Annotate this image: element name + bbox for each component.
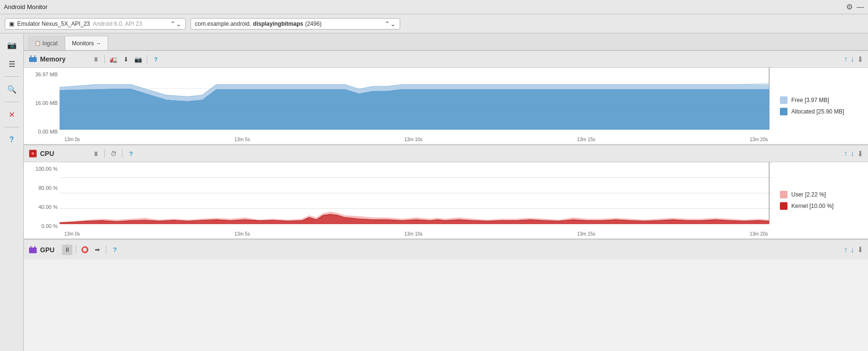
cpu-pause-btn[interactable]: ⏸ [91,148,101,159]
sidebar-help-icon[interactable]: ? [4,132,20,147]
svg-rect-2 [34,55,35,57]
memory-free-label: Free [3.97 MB] [791,97,829,103]
cpu-x-2: 13m 10s [404,231,423,237]
cpu-monitor-section: CPU ⏸ ⏱ ? ↑ ↓ ⬇ [24,145,868,239]
memory-download-btn[interactable]: ⬇ [121,54,131,64]
svg-rect-21 [29,248,37,253]
svg-marker-8 [60,89,769,130]
memory-x-0: 13m 0s [64,137,80,142]
cpu-x-0: 13m 0s [64,231,80,237]
device-icon: ▣ [9,21,14,27]
gpu-export-arrow[interactable]: ⬇ [857,245,863,254]
gpu-monitor-section: GPU ⏸ ⭕ ➡ ? ↑ ↓ ⬇ [24,239,868,259]
memory-legend: Free [3.97 MB] Allocated [25.90 MB] [773,68,868,144]
process-selector[interactable]: com.example.android.displayingbitmaps (2… [191,18,400,30]
cpu-title-text: CPU [40,150,54,157]
gpu-circle-btn[interactable]: ⭕ [80,245,90,255]
memory-monitor-header: Memory ⏸ 🚛 ⬇ 📷 ? ↑ ↓ ⬇ [24,51,868,68]
title-bar-actions: ⚙ — [846,2,864,11]
logcat-tab-label: logcat [42,40,58,47]
monitors-area: Memory ⏸ 🚛 ⬇ 📷 ? ↑ ↓ ⬇ [24,51,868,351]
gpu-down-arrow[interactable]: ↓ [850,246,854,254]
device-name: Emulator Nexus_5X_API_23 [17,21,90,27]
svg-rect-1 [30,55,31,57]
memory-monitor-section: Memory ⏸ 🚛 ⬇ 📷 ? ↑ ↓ ⬇ [24,51,868,145]
left-sidebar: 📷 ☰ 🔍 ✕ ? [0,33,24,351]
gpu-controls: ⏸ ⭕ ➡ ? [62,245,120,255]
cpu-header-right: ↑ ↓ ⬇ [844,149,863,158]
memory-camera-btn[interactable]: 📷 [133,54,143,64]
device-selector[interactable]: ▣ Emulator Nexus_5X_API_23 Android 6.0, … [5,18,186,30]
cpu-monitor-body: 100.00 % 80.00 % 40.00 % 0.00 % [24,162,868,238]
process-name-regular: com.example.android. [195,21,251,27]
minimize-icon[interactable]: — [857,3,864,11]
main-content: 📷 ☰ 🔍 ✕ ? 📋 logcat Monitors → [0,33,868,351]
cpu-export-arrow[interactable]: ⬇ [857,149,863,158]
cpu-ctrl-divider-1 [104,149,105,158]
cpu-legend-user: User [2.22 %] [780,191,861,198]
memory-legend-free: Free [3.97 MB] [780,96,861,104]
cpu-user-color [780,191,787,198]
memory-y-mid: 16.00 MB [26,100,58,106]
cpu-up-arrow[interactable]: ↑ [844,149,848,158]
device-os: Android 6.0, API 23 [93,21,142,27]
memory-export-arrow[interactable]: ⬇ [857,55,863,64]
memory-pause-btn[interactable]: ⏸ [91,54,101,64]
memory-icon [29,55,37,63]
cpu-ctrl-divider-2 [122,149,122,158]
gpu-header-right: ↑ ↓ ⬇ [844,245,863,254]
sidebar-divider-3 [5,127,19,127]
sidebar-list-icon[interactable]: ☰ [4,56,20,72]
cpu-monitor-title: CPU [29,149,86,158]
gpu-help-btn[interactable]: ? [110,245,120,255]
cpu-x-4: 13m 20s [750,231,768,237]
memory-monitor-title: Memory [29,55,86,63]
cpu-clock-btn[interactable]: ⏱ [108,148,119,159]
gpu-up-arrow[interactable]: ↑ [844,246,848,254]
memory-down-arrow[interactable]: ↓ [850,55,854,63]
cpu-y-100: 100.00 % [26,166,58,172]
gpu-arrow-btn[interactable]: ➡ [92,245,102,255]
gpu-header-content: GPU ⏸ ⭕ ➡ ? [29,245,844,255]
memory-up-arrow[interactable]: ↑ [844,55,848,63]
memory-allocated-color [780,108,787,115]
memory-y-axis: 36.97 MB 16.00 MB 0.00 MB [24,68,60,144]
memory-x-labels: 13m 0s 13m 5s 13m 10s 13m 15s 13m 20s [60,137,773,142]
memory-truck-btn[interactable]: 🚛 [108,54,119,64]
cpu-y-axis: 100.00 % 80.00 % 40.00 % 0.00 % [24,162,60,238]
cpu-x-1: 13m 5s [234,231,250,237]
cpu-y-40: 40.00 % [26,204,58,210]
cpu-monitor-header: CPU ⏸ ⏱ ? ↑ ↓ ⬇ [24,145,868,162]
tab-logcat[interactable]: 📋 logcat [28,36,65,50]
memory-header-right: ↑ ↓ ⬇ [844,55,863,64]
memory-x-4: 13m 20s [750,137,768,142]
memory-help-btn[interactable]: ? [151,54,161,64]
gpu-ctrl-divider-2 [106,246,106,254]
gpu-icon [29,246,37,254]
cpu-x-3: 13m 15s [577,231,595,237]
device-bar: ▣ Emulator Nexus_5X_API_23 Android 6.0, … [0,14,868,33]
cpu-help-btn[interactable]: ? [126,148,136,159]
sidebar-close-icon[interactable]: ✕ [4,107,20,122]
memory-allocated-label: Allocated [25.90 MB] [791,108,844,115]
cpu-down-arrow[interactable]: ↓ [850,149,854,158]
memory-title-text: Memory [40,55,66,63]
sidebar-divider-2 [5,102,19,102]
sidebar-search-icon[interactable]: 🔍 [4,82,20,97]
sidebar-divider-1 [5,76,19,77]
gpu-pause-btn[interactable]: ⏸ [62,245,72,255]
gpu-title-text: GPU [40,246,54,254]
cpu-controls: ⏸ ⏱ ? [91,148,136,159]
memory-x-2: 13m 10s [404,137,423,142]
cpu-y-0: 0.00 % [26,223,58,229]
tabs-bar: 📋 logcat Monitors → [24,33,868,51]
memory-svg [60,68,773,130]
sidebar-camera-icon[interactable]: 📷 [4,37,20,52]
cpu-icon [29,149,37,158]
cpu-x-labels: 13m 0s 13m 5s 13m 10s 13m 15s 13m 20s [60,231,773,237]
gear-icon[interactable]: ⚙ [846,2,853,11]
cpu-legend-kernel: Kernel [10.00 %] [780,202,861,210]
tab-monitors[interactable]: Monitors → [65,36,108,50]
content-area: 📋 logcat Monitors → Memory [24,33,868,351]
process-name-bold: displayingbitmaps [253,21,303,27]
